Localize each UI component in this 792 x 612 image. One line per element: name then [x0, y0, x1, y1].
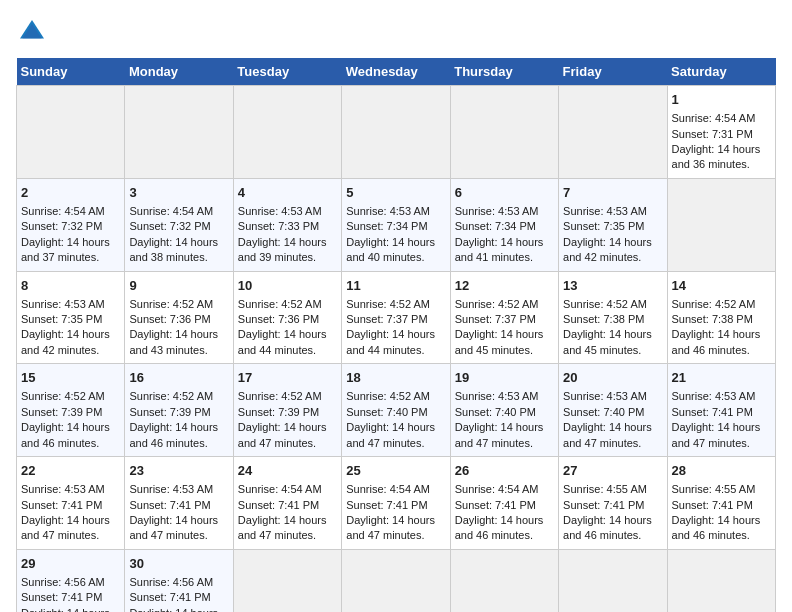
sunset: Sunset: 7:32 PM [21, 220, 102, 232]
day-number: 9 [129, 277, 228, 295]
daylight: Daylight: 14 hours and 47 minutes. [129, 514, 218, 541]
sunrise: Sunrise: 4:53 AM [346, 205, 430, 217]
calendar-day-cell: 9 Sunrise: 4:52 AM Sunset: 7:36 PM Dayli… [125, 271, 233, 364]
sunrise: Sunrise: 4:54 AM [21, 205, 105, 217]
sunrise: Sunrise: 4:54 AM [455, 483, 539, 495]
calendar-day-header: Friday [559, 58, 667, 86]
day-number: 20 [563, 369, 662, 387]
daylight: Daylight: 14 hours and 46 minutes. [21, 421, 110, 448]
day-number: 24 [238, 462, 337, 480]
calendar-day-cell [125, 86, 233, 179]
daylight: Daylight: 14 hours and 47 minutes. [455, 421, 544, 448]
sunrise: Sunrise: 4:56 AM [129, 576, 213, 588]
day-number: 2 [21, 184, 120, 202]
daylight: Daylight: 14 hours and 47 minutes. [238, 421, 327, 448]
day-number: 15 [21, 369, 120, 387]
sunrise: Sunrise: 4:52 AM [455, 298, 539, 310]
calendar-day-header: Wednesday [342, 58, 450, 86]
calendar-day-cell: 22 Sunrise: 4:53 AM Sunset: 7:41 PM Dayl… [17, 457, 125, 550]
sunrise: Sunrise: 4:54 AM [672, 112, 756, 124]
daylight: Daylight: 14 hours and 38 minutes. [129, 236, 218, 263]
calendar-day-cell [559, 86, 667, 179]
calendar-day-cell [450, 86, 558, 179]
sunset: Sunset: 7:40 PM [563, 406, 644, 418]
sunrise: Sunrise: 4:55 AM [672, 483, 756, 495]
sunset: Sunset: 7:34 PM [346, 220, 427, 232]
day-number: 18 [346, 369, 445, 387]
calendar-day-cell: 23 Sunrise: 4:53 AM Sunset: 7:41 PM Dayl… [125, 457, 233, 550]
calendar-day-cell: 27 Sunrise: 4:55 AM Sunset: 7:41 PM Dayl… [559, 457, 667, 550]
calendar-day-cell: 16 Sunrise: 4:52 AM Sunset: 7:39 PM Dayl… [125, 364, 233, 457]
calendar-day-cell [667, 549, 775, 612]
daylight: Daylight: 14 hours and 47 minutes. [672, 421, 761, 448]
calendar-day-cell: 2 Sunrise: 4:54 AM Sunset: 7:32 PM Dayli… [17, 178, 125, 271]
calendar-day-header: Sunday [17, 58, 125, 86]
day-number: 4 [238, 184, 337, 202]
sunset: Sunset: 7:41 PM [21, 499, 102, 511]
logo [16, 16, 52, 48]
day-number: 16 [129, 369, 228, 387]
sunset: Sunset: 7:31 PM [672, 128, 753, 140]
sunrise: Sunrise: 4:53 AM [672, 390, 756, 402]
calendar-day-cell: 4 Sunrise: 4:53 AM Sunset: 7:33 PM Dayli… [233, 178, 341, 271]
day-number: 5 [346, 184, 445, 202]
daylight: Daylight: 14 hours and 42 minutes. [563, 236, 652, 263]
sunset: Sunset: 7:41 PM [238, 499, 319, 511]
daylight: Daylight: 14 hours and 47 minutes. [21, 514, 110, 541]
calendar-day-cell [559, 549, 667, 612]
day-number: 22 [21, 462, 120, 480]
calendar-day-cell: 10 Sunrise: 4:52 AM Sunset: 7:36 PM Dayl… [233, 271, 341, 364]
calendar-day-cell: 28 Sunrise: 4:55 AM Sunset: 7:41 PM Dayl… [667, 457, 775, 550]
sunrise: Sunrise: 4:53 AM [238, 205, 322, 217]
daylight: Daylight: 14 hours and 46 minutes. [455, 514, 544, 541]
sunset: Sunset: 7:32 PM [129, 220, 210, 232]
calendar-week-row: 8 Sunrise: 4:53 AM Sunset: 7:35 PM Dayli… [17, 271, 776, 364]
calendar-day-cell: 30 Sunrise: 4:56 AM Sunset: 7:41 PM Dayl… [125, 549, 233, 612]
sunrise: Sunrise: 4:56 AM [21, 576, 105, 588]
calendar-day-cell [233, 86, 341, 179]
calendar-day-header: Thursday [450, 58, 558, 86]
calendar-day-cell: 17 Sunrise: 4:52 AM Sunset: 7:39 PM Dayl… [233, 364, 341, 457]
calendar-day-header: Monday [125, 58, 233, 86]
day-number: 26 [455, 462, 554, 480]
daylight: Daylight: 14 hours and 42 minutes. [21, 328, 110, 355]
daylight: Daylight: 14 hours and 47 minutes. [346, 514, 435, 541]
sunrise: Sunrise: 4:52 AM [129, 390, 213, 402]
daylight: Daylight: 14 hours and 46 minutes. [672, 514, 761, 541]
daylight: Daylight: 14 hours and 43 minutes. [129, 328, 218, 355]
calendar-day-cell: 5 Sunrise: 4:53 AM Sunset: 7:34 PM Dayli… [342, 178, 450, 271]
calendar-day-cell: 15 Sunrise: 4:52 AM Sunset: 7:39 PM Dayl… [17, 364, 125, 457]
daylight: Daylight: 14 hours and 45 minutes. [21, 607, 110, 612]
sunset: Sunset: 7:35 PM [21, 313, 102, 325]
sunset: Sunset: 7:41 PM [129, 499, 210, 511]
calendar-week-row: 1 Sunrise: 4:54 AM Sunset: 7:31 PM Dayli… [17, 86, 776, 179]
calendar-header-row: SundayMondayTuesdayWednesdayThursdayFrid… [17, 58, 776, 86]
day-number: 29 [21, 555, 120, 573]
sunset: Sunset: 7:41 PM [346, 499, 427, 511]
sunrise: Sunrise: 4:54 AM [238, 483, 322, 495]
header [16, 16, 776, 48]
calendar-body: 1 Sunrise: 4:54 AM Sunset: 7:31 PM Dayli… [17, 86, 776, 613]
daylight: Daylight: 14 hours and 36 minutes. [672, 143, 761, 170]
sunset: Sunset: 7:36 PM [238, 313, 319, 325]
daylight: Daylight: 14 hours and 45 minutes. [455, 328, 544, 355]
day-number: 6 [455, 184, 554, 202]
sunrise: Sunrise: 4:54 AM [346, 483, 430, 495]
calendar-day-cell: 3 Sunrise: 4:54 AM Sunset: 7:32 PM Dayli… [125, 178, 233, 271]
calendar-day-cell [450, 549, 558, 612]
sunset: Sunset: 7:38 PM [672, 313, 753, 325]
sunset: Sunset: 7:40 PM [455, 406, 536, 418]
calendar-week-row: 2 Sunrise: 4:54 AM Sunset: 7:32 PM Dayli… [17, 178, 776, 271]
day-number: 25 [346, 462, 445, 480]
calendar-day-cell: 20 Sunrise: 4:53 AM Sunset: 7:40 PM Dayl… [559, 364, 667, 457]
day-number: 12 [455, 277, 554, 295]
daylight: Daylight: 14 hours and 39 minutes. [238, 236, 327, 263]
sunset: Sunset: 7:39 PM [129, 406, 210, 418]
sunrise: Sunrise: 4:52 AM [129, 298, 213, 310]
sunset: Sunset: 7:41 PM [563, 499, 644, 511]
calendar-week-row: 29 Sunrise: 4:56 AM Sunset: 7:41 PM Dayl… [17, 549, 776, 612]
calendar-day-cell [342, 86, 450, 179]
daylight: Daylight: 14 hours and 47 minutes. [563, 421, 652, 448]
calendar-day-cell: 18 Sunrise: 4:52 AM Sunset: 7:40 PM Dayl… [342, 364, 450, 457]
calendar-day-cell: 24 Sunrise: 4:54 AM Sunset: 7:41 PM Dayl… [233, 457, 341, 550]
